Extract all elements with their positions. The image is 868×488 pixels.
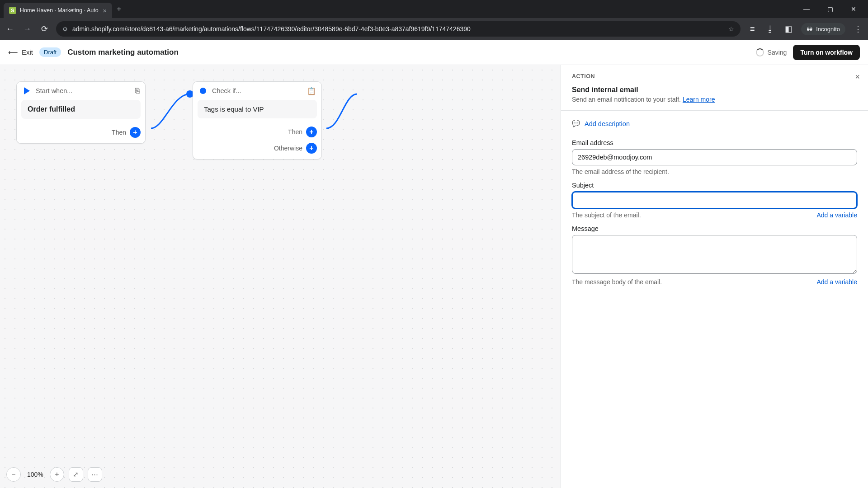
email-label: Email address: [572, 139, 857, 146]
start-node-title: Start when...: [36, 87, 131, 94]
panel-subtitle-text: Send an email notification to your staff…: [572, 96, 683, 103]
saving-label: Saving: [768, 49, 787, 56]
connector-line-2: [322, 89, 358, 135]
page-title: Custom marketing automation: [67, 48, 179, 57]
incognito-label: Incognito: [816, 26, 840, 33]
email-input[interactable]: [572, 149, 857, 165]
check-node-otherwise: Otherwise +: [193, 143, 321, 159]
message-add-variable-link[interactable]: Add a variable: [816, 278, 857, 286]
check-node-title: Check if...: [212, 87, 302, 94]
fit-view-button[interactable]: ⤢: [69, 467, 83, 482]
bookmark-star-icon[interactable]: ☆: [728, 25, 734, 33]
email-help: The email address of the recipient.: [572, 168, 669, 175]
then-label: Then: [112, 129, 126, 136]
panel-subtitle: Send an email notification to your staff…: [572, 96, 857, 103]
exit-button[interactable]: ⟵ Exit: [8, 48, 33, 56]
extensions-icon[interactable]: ≡: [747, 24, 758, 34]
tab-title: Home Haven · Marketing · Auto: [20, 7, 99, 14]
zoom-in-button[interactable]: +: [50, 467, 64, 482]
panel-title: Send internal email: [572, 86, 857, 94]
start-node[interactable]: Start when... ⎘ Order fulfilled Then +: [16, 81, 146, 144]
play-icon: [22, 86, 31, 95]
new-tab-button[interactable]: +: [117, 5, 122, 14]
action-panel: × ACTION Send internal email Send an ema…: [561, 65, 868, 488]
turn-on-workflow-button[interactable]: Turn on workflow: [793, 45, 860, 60]
subject-add-variable-link[interactable]: Add a variable: [816, 211, 857, 219]
add-description-label: Add description: [585, 120, 630, 127]
message-help: The message body of the email.: [572, 278, 662, 286]
zoom-out-button[interactable]: −: [6, 467, 21, 482]
inbox-icon: ⎘: [135, 87, 140, 95]
url-field[interactable]: ⚙ admin.shopify.com/store/de8143-a6/mark…: [56, 21, 741, 37]
downloads-icon[interactable]: ⭳: [765, 24, 776, 34]
site-settings-icon[interactable]: ⚙: [62, 26, 68, 33]
address-bar: ← → ⟳ ⚙ admin.shopify.com/store/de8143-a…: [0, 18, 868, 40]
add-otherwise-step-button[interactable]: +: [306, 143, 317, 154]
otherwise-label: Otherwise: [274, 145, 302, 152]
message-label: Message: [572, 225, 857, 232]
exit-arrow-icon: ⟵: [8, 48, 18, 56]
incognito-icon: 🕶: [807, 26, 812, 33]
browser-menu-icon[interactable]: ⋮: [853, 24, 863, 34]
description-icon: 💬: [572, 120, 580, 127]
maximize-icon[interactable]: ▢: [824, 5, 836, 13]
minimize-icon[interactable]: ―: [800, 5, 813, 13]
check-node-then: Then +: [193, 123, 321, 143]
app-header: ⟵ Exit Draft Custom marketing automation…: [0, 40, 868, 65]
close-panel-icon[interactable]: ×: [855, 72, 860, 82]
back-icon[interactable]: ←: [5, 24, 15, 34]
start-node-header: Start when... ⎘: [17, 82, 145, 100]
tab-bar: S Home Haven · Marketing · Auto × + ― ▢ …: [0, 0, 868, 18]
draft-badge: Draft: [39, 47, 61, 57]
check-node[interactable]: Check if... 📋 Tags is equal to VIP Then …: [193, 81, 322, 160]
browser-tab[interactable]: S Home Haven · Marketing · Auto ×: [4, 3, 112, 18]
connector-line: [146, 89, 195, 135]
start-node-footer: Then +: [17, 123, 145, 143]
close-window-icon[interactable]: ✕: [847, 5, 860, 13]
spinner-icon: [756, 48, 764, 56]
divider: [561, 110, 868, 111]
shopify-favicon: S: [9, 7, 16, 14]
canvas-more-button[interactable]: ⋯: [88, 467, 102, 482]
app-root: ⟵ Exit Draft Custom marketing automation…: [0, 40, 868, 488]
reload-icon[interactable]: ⟳: [39, 24, 50, 34]
workflow-canvas[interactable]: Start when... ⎘ Order fulfilled Then + C…: [0, 65, 561, 488]
add-description-button[interactable]: 💬 Add description: [572, 118, 857, 133]
subject-input[interactable]: [572, 192, 857, 209]
url-text: admin.shopify.com/store/de8143-a6/market…: [72, 25, 724, 33]
incognito-indicator[interactable]: 🕶 Incognito: [801, 23, 845, 35]
then-label: Then: [288, 128, 302, 136]
saving-indicator: Saving: [756, 48, 787, 56]
start-node-body: Order fulfilled: [21, 100, 141, 119]
zoom-toolbar: − 100% + ⤢ ⋯: [6, 467, 102, 482]
add-step-button[interactable]: +: [130, 127, 141, 138]
clipboard-icon: 📋: [307, 87, 316, 95]
subject-label: Subject: [572, 182, 857, 189]
learn-more-link[interactable]: Learn more: [683, 96, 715, 103]
check-node-header: Check if... 📋: [193, 82, 321, 100]
zoom-value: 100%: [25, 471, 45, 478]
add-then-step-button[interactable]: +: [306, 127, 317, 137]
browser-chrome: S Home Haven · Marketing · Auto × + ― ▢ …: [0, 0, 868, 40]
window-controls: ― ▢ ✕: [800, 5, 864, 13]
exit-label: Exit: [22, 48, 33, 56]
side-panel-icon[interactable]: ◧: [783, 24, 794, 34]
check-node-body: Tags is equal to VIP: [198, 100, 317, 118]
panel-eyebrow: ACTION: [572, 73, 857, 80]
workspace: Start when... ⎘ Order fulfilled Then + C…: [0, 65, 868, 488]
condition-icon: [198, 86, 208, 95]
tab-close-icon[interactable]: ×: [103, 7, 107, 14]
subject-help: The subject of the email.: [572, 211, 641, 219]
forward-icon[interactable]: →: [22, 24, 33, 34]
message-textarea[interactable]: [572, 235, 857, 274]
